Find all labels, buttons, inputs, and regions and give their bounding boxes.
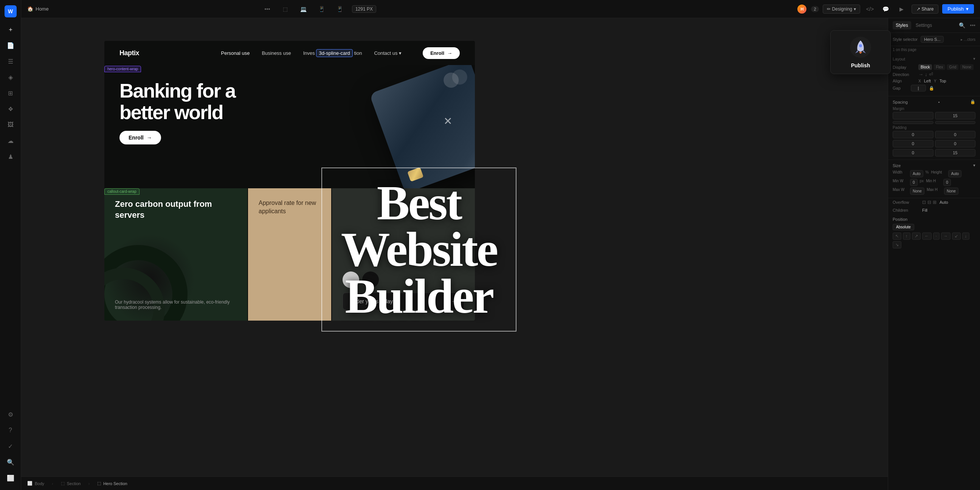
tool-device-tab[interactable]: 📱 [316,3,328,15]
zoom-icon[interactable]: 🔍 [4,455,18,469]
padding-top[interactable]: 0 [935,131,976,138]
hero-enroll-btn[interactable]: Enroll → [119,131,161,145]
dir-right-icon[interactable]: → [918,72,923,77]
tab-settings[interactable]: Settings [913,21,935,30]
pages-icon[interactable]: ⬜ [4,471,18,485]
app-logo[interactable]: W [5,5,17,18]
file-icon[interactable]: 📄 [4,38,18,52]
min-w-unit: px [920,179,924,186]
align-y-value[interactable]: Top [940,79,947,83]
nav-personal-use[interactable]: Personal use [221,50,250,56]
margin-right[interactable] [892,121,934,124]
tab-styles[interactable]: Styles [892,21,911,30]
overflow-icon-3[interactable]: ⊞ [933,200,937,205]
panel-search-icon[interactable]: 🔍 [959,22,965,29]
align-x-value[interactable]: Left [924,79,931,83]
breadcrumb-hero-section[interactable]: ⬚ Hero Section [97,481,127,486]
hero-section-icon: ⬚ [97,481,101,486]
selectors-icon[interactable]: ▸ …ctors [961,37,975,41]
order-btn[interactable]: Order yours today → [342,293,464,310]
canvas-px: 1291 PX [352,5,376,13]
padding-right[interactable]: 0 [892,140,934,148]
max-w-field[interactable]: None [910,188,924,195]
hero-s-value[interactable]: Hero S... [921,36,944,43]
display-flex[interactable]: Flex [934,64,945,70]
comment-icon[interactable]: 💬 [880,3,892,15]
canvas-area[interactable]: Haptix Personal use Business use Inves 3… [21,18,888,476]
display-none[interactable]: None [960,64,974,70]
pos-align-mr[interactable]: → [941,232,950,240]
overflow-icon-1[interactable]: ⊡ [922,200,926,205]
preview-icon[interactable]: ▶ [896,3,908,15]
panel-more-icon[interactable]: ••• [970,22,975,29]
assets-icon[interactable]: ❖ [4,102,18,116]
padding-t2[interactable]: 15 [935,149,976,156]
pos-align-br[interactable]: ↘ [892,241,901,248]
pos-align-bc[interactable]: ↓ [962,232,970,240]
pos-align-tc[interactable]: ↑ [903,232,910,240]
tool-dots[interactable]: ••• [261,3,274,15]
height-field[interactable]: Auto [948,170,961,177]
image-icon[interactable]: 🖼 [4,118,18,132]
tool-device-desk[interactable]: 💻 [298,3,310,15]
pos-align-ml[interactable]: ← [922,232,932,240]
data-icon[interactable]: ☁ [4,134,18,148]
margin-bottom[interactable] [935,121,976,124]
margin-left[interactable] [892,112,934,119]
width-field[interactable]: Auto [910,170,923,177]
publish-popup-label[interactable]: Publish [851,62,870,68]
breadcrumb-section[interactable]: ⬚ Section [61,481,81,486]
pos-align-mc[interactable]: · [933,232,940,240]
mode-selector[interactable]: ✏ Designing ▾ [823,5,860,14]
help-icon[interactable]: ? [4,423,18,437]
share-button[interactable]: ↗ Share [912,5,939,14]
order-label: Order yours today [350,298,393,304]
padding-b2[interactable]: 0 [892,149,934,156]
nav-enroll-btn[interactable]: Enroll → [423,47,460,59]
pos-align-bl[interactable]: ↙ [952,232,961,240]
dir-down-icon[interactable]: ↓ [925,72,928,77]
breadcrumb-body[interactable]: ⬜ Body [27,481,44,486]
tool-frame[interactable]: ⬚ [279,3,291,15]
nav-contact[interactable]: Contact us ▾ [374,50,401,56]
dir-wrap-icon[interactable]: ⏎ [929,72,933,77]
check-icon[interactable]: ✓ [4,439,18,453]
lock-icon[interactable]: 🔒 [929,86,934,91]
size-section: Size ▾ Width Auto % Height Auto Min W 0 … [888,160,980,198]
settings-icon[interactable]: ⚙ [4,407,18,421]
home-breadcrumb[interactable]: 🏠 Home [27,6,49,12]
site-logo: Haptix [119,49,139,57]
nav-investment[interactable]: Inves 3d-spline-card tion [303,50,362,56]
display-block[interactable]: Block [918,64,932,70]
children-value[interactable]: Fill [922,208,928,213]
overflow-icon-2[interactable]: ⊟ [928,200,931,205]
overflow-value[interactable]: Auto [940,200,948,205]
chevron-down-icon: ▾ [854,6,856,12]
lock-icon-spacing[interactable]: 🔒 [970,99,975,104]
components-icon[interactable]: ⊞ [4,86,18,100]
display-grid[interactable]: Grid [947,64,958,70]
logic-icon[interactable]: ♟ [4,150,18,163]
card-order: Order yours today → [332,188,475,321]
padding-bottom[interactable]: 0 [935,140,976,148]
padding-left[interactable]: 0 [892,131,934,138]
pos-align-tl[interactable]: ↖ [892,232,901,240]
nav-business-use[interactable]: Business use [262,50,291,56]
publish-button-top[interactable]: Publish ▾ [942,4,974,14]
code-icon[interactable]: </> [864,3,876,15]
add-icon[interactable]: ＋ [4,23,18,36]
max-h-field[interactable]: None [944,188,958,195]
menu-icon[interactable]: ☰ [4,54,18,68]
padding-label: Padding [892,126,975,130]
position-value[interactable]: Absolute [892,224,914,230]
min-w-field[interactable]: 0 [910,179,918,186]
padding-lr-row: 0 15 [892,149,975,156]
tool-device-mob[interactable]: 📱 [334,3,346,15]
gap-field[interactable]: | [911,85,926,92]
min-h-field[interactable]: 0 [943,179,951,186]
hero-section: Banking for a better world Enroll → [104,65,319,194]
align-x-label: X [918,79,921,83]
margin-top[interactable]: 15 [935,112,976,119]
shapes-icon[interactable]: ◈ [4,70,18,84]
pos-align-tr[interactable]: ↗ [912,232,921,240]
